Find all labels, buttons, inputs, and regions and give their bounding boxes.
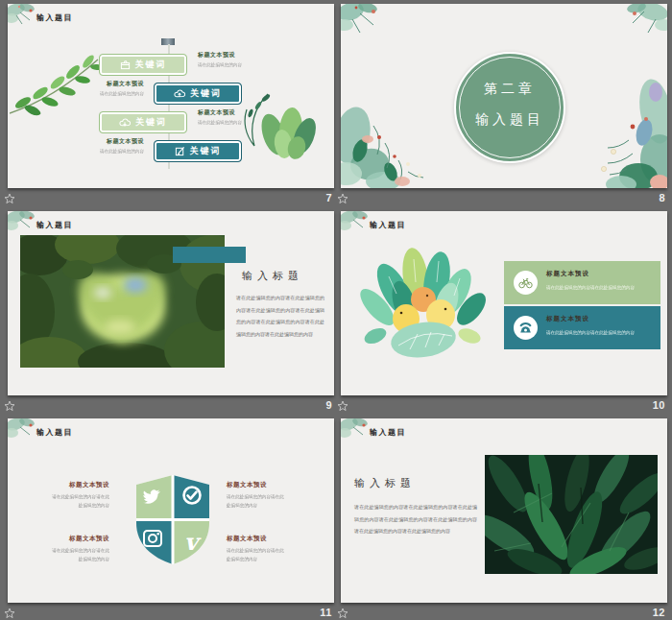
box-icon — [120, 60, 131, 70]
keyword-label: 关键词 — [190, 87, 222, 100]
note-body: 请在此处编辑您的内容请在此处编辑您的内容 — [227, 546, 285, 562]
slide-cell-10: 输入题目 — [341, 211, 667, 415]
section-title: 输入标题 — [354, 476, 416, 490]
chapter-circle: 第二章 输入题目 — [454, 52, 565, 163]
chapter-title: 输入题目 — [456, 111, 564, 129]
card-title: 标题文本预设 — [546, 270, 589, 278]
info-card-1: 标题文本预设 请在此处编辑您的内容请在此处编辑您的内容 — [504, 261, 660, 304]
slide-meta-row: 8 — [341, 190, 667, 207]
note-title: 标题文本预设 — [46, 481, 109, 489]
card-title: 标题文本预设 — [546, 315, 589, 323]
slide-cell-9: 输入题目 — [8, 211, 334, 415]
bicycle-icon — [514, 271, 538, 295]
floral-corner-bottom-left — [341, 97, 461, 188]
telephone-icon — [514, 316, 538, 340]
note-title: 标题文本预设 — [84, 137, 144, 146]
note-body: 请在此处编辑您的内容请在此处编辑您的内容 — [51, 492, 109, 509]
leaves-and-chicks-illustration — [356, 244, 492, 363]
note-title: 标题文本预设 — [198, 51, 257, 60]
signpost-note-2: 标题文本预设 请在此处编辑您的内容 — [84, 80, 144, 96]
slide-number: 10 — [653, 399, 665, 411]
transition-star-icon[interactable] — [4, 608, 15, 619]
slide-cell-12: 输入题目 输入标题 请在此处编辑您的内容请在此处编辑您的内容请在此处编辑您的内容… — [341, 418, 667, 620]
note-body: 请在此处编辑您的内容 — [198, 61, 252, 67]
slide-number: 12 — [653, 607, 665, 618]
teal-accent-bar — [173, 247, 246, 263]
slide-header-title: 输入题目 — [370, 427, 406, 438]
slide-cell-11: 输入题目 — [8, 418, 334, 620]
slide-header-title: 输入题目 — [36, 12, 73, 23]
social-shield-graphic: v — [133, 473, 212, 567]
keyword-label: 关键词 — [190, 145, 222, 157]
slide-header-title: 输入题目 — [36, 220, 73, 230]
slide-cell-8: 第二章 输入题目 8 — [341, 4, 667, 207]
section-body: 请在此处编辑您的内容请在此处编辑您的内容请在此处编辑您的内容请在此处编辑您的内容… — [236, 292, 324, 340]
slide-meta-row: 11 — [8, 605, 334, 620]
slide-number: 11 — [320, 607, 332, 618]
slide-thumbnail-11[interactable]: 输入题目 — [8, 418, 334, 603]
floral-corner-top-right — [600, 4, 667, 42]
transition-star-icon[interactable] — [337, 608, 348, 619]
slide-header-title: 输入题目 — [36, 427, 73, 438]
transition-star-icon[interactable] — [4, 400, 15, 412]
slide-header-title: 输入题目 — [370, 220, 406, 230]
slide-cell-7: 输入题目 关键词 标题文本预设 请在此处编辑您的内容 — [8, 4, 334, 207]
transition-star-icon[interactable] — [337, 400, 348, 412]
slide-thumbnail-7[interactable]: 输入题目 关键词 标题文本预设 请在此处编辑您的内容 — [8, 4, 334, 188]
floral-corner-bottom-right — [571, 63, 667, 188]
slide-number: 7 — [325, 192, 332, 203]
note-title: 标题文本预设 — [227, 481, 290, 489]
shield-note-1: 标题文本预设 请在此处编辑您的内容请在此处编辑您的内容 — [46, 481, 109, 511]
slide-meta-row: 9 — [8, 397, 334, 415]
note-body: 请在此处编辑您的内容请在此处编辑您的内容 — [51, 546, 109, 562]
slide-thumbnail-10[interactable]: 输入题目 — [341, 211, 667, 395]
chapter-number: 第二章 — [456, 81, 564, 98]
note-title: 标题文本预设 — [46, 535, 109, 543]
keyword-label: 关键词 — [135, 59, 167, 71]
keyword-sign-1: 关键词 — [99, 54, 187, 76]
keyword-sign-3: 关键词 — [99, 111, 187, 133]
transition-star-icon[interactable] — [4, 193, 15, 204]
plant-cluster-illustration — [241, 88, 320, 159]
keyword-sign-4: 关键词 — [154, 140, 242, 162]
note-body: 请在此处编辑您的内容 — [89, 148, 144, 154]
slide-number: 8 — [659, 192, 665, 203]
note-body: 请在此处编辑您的内容请在此处编辑您的内容 — [227, 492, 285, 509]
cloud-upload-icon — [174, 88, 185, 99]
card-body: 请在此处编辑您的内容请在此处编辑您的内容 — [546, 284, 645, 290]
shield-note-2: 标题文本预设 请在此处编辑您的内容请在此处编辑您的内容 — [227, 481, 290, 511]
section-body: 请在此处编辑您的内容请在此处编辑您的内容请在此处编辑您的内容请在此处编辑您的内容… — [354, 501, 477, 537]
section-title: 输入标题 — [242, 269, 303, 283]
transition-star-icon[interactable] — [337, 193, 348, 204]
card-body: 请在此处编辑您的内容请在此处编辑您的内容 — [546, 329, 645, 335]
info-card-2: 标题文本预设 请在此处编辑您的内容请在此处编辑您的内容 — [504, 306, 660, 349]
slide-meta-row: 12 — [341, 605, 667, 620]
signpost-note-1: 标题文本预设 请在此处编辑您的内容 — [198, 51, 257, 67]
slide-thumbnail-12[interactable]: 输入题目 输入标题 请在此处编辑您的内容请在此处编辑您的内容请在此处编辑您的内容… — [341, 418, 667, 603]
keyword-sign-2: 关键词 — [154, 83, 242, 105]
keyword-label: 关键词 — [135, 116, 167, 129]
note-title: 标题文本预设 — [227, 535, 290, 543]
slide-thumbnail-8[interactable]: 第二章 输入题目 — [341, 4, 667, 188]
floral-corner-top-left — [341, 4, 402, 46]
dark-leaves-photo — [485, 455, 658, 574]
shield-note-4: 标题文本预设 请在此处编辑您的内容请在此处编辑您的内容 — [227, 535, 290, 564]
cloud-download-icon — [119, 117, 131, 128]
slide-meta-row: 7 — [8, 190, 334, 207]
note-title: 标题文本预设 — [84, 80, 144, 88]
edit-icon — [175, 146, 185, 156]
note-body: 请在此处编辑您的内容 — [89, 90, 144, 96]
slide-number: 9 — [325, 399, 332, 411]
shield-note-3: 标题文本预设 请在此处编辑您的内容请在此处编辑您的内容 — [46, 535, 109, 564]
slide-thumbnail-9[interactable]: 输入题目 — [8, 211, 334, 395]
signpost-note-4: 标题文本预设 请在此处编辑您的内容 — [84, 137, 144, 154]
slide-meta-row: 10 — [341, 397, 667, 415]
